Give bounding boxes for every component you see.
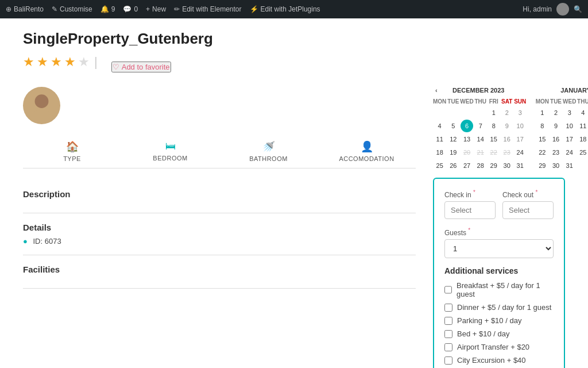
cal-day[interactable]: 4 — [577, 106, 588, 119]
cal-day[interactable]: 1 — [536, 106, 548, 119]
facilities-section: Facilities — [23, 255, 416, 289]
cal-day[interactable]: 9 — [501, 120, 513, 132]
cal-day[interactable]: 15 — [536, 133, 548, 145]
cal-day[interactable]: 30 — [550, 159, 562, 172]
cal-day[interactable]: 16 — [550, 133, 562, 145]
star-1: ★ — [23, 55, 36, 70]
tab-type[interactable]: 🏠 TYPE — [23, 135, 121, 168]
cal-day-today[interactable]: 6 — [461, 120, 473, 132]
admin-bar: ⊕ BaliRento ✎ Customise 🔔 9 💬 0 + New ✏ … — [0, 0, 588, 18]
cal-day[interactable]: 18 — [577, 133, 588, 145]
cal-day[interactable]: 8 — [488, 120, 500, 132]
cal-day[interactable]: 4 — [434, 120, 446, 132]
cal-day[interactable]: 24 — [514, 146, 527, 159]
cal-day[interactable]: 11 — [434, 133, 446, 145]
cal-day[interactable]: 29 — [488, 159, 500, 172]
service-breakfast-checkbox[interactable] — [444, 286, 452, 294]
search-icon[interactable]: 🔍 — [574, 5, 582, 13]
cal-day[interactable]: 14 — [474, 133, 487, 145]
admin-bar-new[interactable]: + New — [146, 5, 166, 13]
cal-day[interactable]: 11 — [577, 120, 588, 132]
cal-day[interactable]: 23 — [550, 146, 562, 159]
cal-day[interactable]: 26 — [447, 159, 459, 172]
cal-day[interactable]: 25 — [434, 159, 446, 172]
cal-day[interactable]: 9 — [550, 120, 562, 132]
tab-bedroom[interactable]: 🛏 BEDROOM — [121, 135, 219, 168]
cal-day[interactable]: 7 — [474, 120, 487, 132]
cal-day[interactable]: 3 — [514, 106, 527, 119]
service-dinner-checkbox[interactable] — [444, 304, 452, 312]
facilities-title: Facilities — [23, 264, 416, 274]
admin-bar-jetplugins[interactable]: ⚡ Edit with JetPlugins — [250, 5, 320, 13]
admin-bar-brand[interactable]: ⊕ BaliRento — [6, 5, 44, 13]
cal-day[interactable]: 5 — [447, 120, 459, 132]
service-breakfast-label: Breakfast + $5 / day for 1 guest — [457, 281, 554, 298]
service-bed-checkbox[interactable] — [444, 330, 452, 338]
checkin-input[interactable] — [444, 201, 496, 219]
jetplugins-label: Edit with JetPlugins — [261, 5, 320, 13]
cal-day[interactable]: 16 — [501, 133, 513, 145]
cal-january-title: JANUARY 2024 — [560, 87, 588, 94]
cal-day[interactable]: 17 — [563, 133, 576, 145]
stars-favorite-row: ★ ★ ★ ★ ★ | ♡ Add to favorite — [23, 55, 565, 79]
cal-day[interactable]: 2 — [550, 106, 562, 119]
admin-bar-elementor[interactable]: ✏ Edit with Elementor — [174, 5, 241, 13]
cal-day[interactable]: 22 — [488, 146, 500, 159]
checkin-label: Check in * — [444, 189, 496, 199]
cal-day[interactable]: 3 — [563, 106, 576, 119]
cal-day[interactable]: 12 — [447, 133, 459, 145]
service-bed-label: Bed + $10 / day — [457, 329, 509, 338]
service-excursion-checkbox[interactable] — [444, 356, 452, 365]
cal-day[interactable]: 15 — [488, 133, 500, 145]
bell-icon: 🔔 — [100, 5, 109, 13]
admin-bar-messages[interactable]: 💬 0 — [123, 5, 138, 13]
cal-day[interactable]: 1 — [488, 106, 500, 119]
tab-bathroom[interactable]: 🚿 BATHROOM — [219, 135, 318, 168]
cal-day[interactable]: 31 — [563, 159, 576, 172]
cal-day[interactable]: 20 — [461, 146, 473, 159]
guests-group: Guests * 1 2 3 4 5 — [444, 227, 554, 258]
rating-separator: | — [94, 55, 99, 70]
cal-day[interactable]: 19 — [447, 146, 459, 159]
cal-december-grid: MON TUE WED THU FRI SAT SUN 1 2 — [433, 97, 527, 172]
cal-day[interactable]: 18 — [434, 146, 446, 159]
cal-day[interactable]: 27 — [461, 159, 473, 172]
cal-day[interactable]: 13 — [461, 133, 473, 145]
cal-day[interactable]: 28 — [474, 159, 487, 172]
comments-count: 9 — [111, 5, 115, 13]
cal-day[interactable]: 10 — [563, 120, 576, 132]
cal-day[interactable]: 10 — [514, 120, 527, 132]
wp-icon: ⊕ — [6, 5, 11, 13]
star-3: ★ — [51, 55, 63, 70]
cal-day[interactable]: 8 — [536, 120, 548, 132]
cal-day[interactable]: 21 — [474, 146, 487, 159]
cal-day[interactable]: 17 — [514, 133, 527, 145]
details-title: Details — [23, 223, 416, 232]
cal-prev-button[interactable]: ‹ — [433, 87, 440, 94]
cal-day[interactable]: 25 — [577, 146, 588, 159]
cal-day[interactable]: 22 — [536, 146, 548, 159]
service-bed: Bed + $10 / day — [444, 329, 554, 338]
admin-bar-customise[interactable]: ✎ Customise — [52, 5, 92, 13]
cal-day[interactable]: 31 — [514, 159, 527, 172]
cal-day[interactable]: 23 — [501, 146, 513, 159]
star-5: ★ — [78, 55, 91, 70]
checkout-input[interactable] — [502, 201, 554, 219]
avatar — [23, 87, 60, 124]
tab-type-label: TYPE — [63, 155, 81, 162]
calendar-january: JANUARY 2024 › MON TUE WED THU FRI SAT S… — [536, 87, 588, 172]
description-section: Description — [23, 180, 416, 213]
guests-select[interactable]: 1 2 3 4 5 — [444, 239, 554, 258]
star-rating: ★ ★ ★ ★ ★ | — [23, 55, 99, 70]
home-icon: 🏠 — [66, 140, 79, 153]
add-to-favorite-button[interactable]: ♡ Add to favorite — [111, 62, 171, 72]
tab-accomodation[interactable]: 👤 ACCOMODATION — [318, 135, 416, 168]
cal-day[interactable]: 30 — [501, 159, 513, 172]
service-airport-checkbox[interactable] — [444, 343, 452, 351]
cal-day[interactable]: 29 — [536, 159, 548, 172]
admin-bar-brand-label: BaliRento — [14, 5, 44, 13]
cal-day[interactable]: 24 — [563, 146, 576, 159]
service-parking-checkbox[interactable] — [444, 317, 452, 325]
admin-bar-comments[interactable]: 🔔 9 — [100, 5, 115, 13]
cal-day[interactable]: 2 — [501, 106, 513, 119]
